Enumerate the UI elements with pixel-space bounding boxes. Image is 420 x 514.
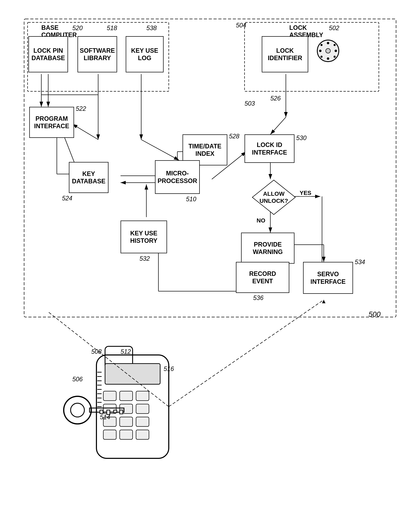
ref-518: 518 (107, 24, 117, 32)
ref-536: 536 (253, 294, 263, 301)
no-label: NO (257, 217, 265, 224)
record-event-box: RECORDEVENT (236, 262, 289, 293)
ref-520: 520 (72, 24, 83, 32)
ref-503: 503 (245, 100, 255, 107)
key-use-log-box: KEY USELOG (126, 36, 164, 72)
servo-interface-box: SERVOINTERFACE (303, 262, 353, 294)
svg-line-34 (72, 124, 98, 139)
svg-rect-40 (103, 391, 116, 401)
svg-rect-42 (136, 391, 149, 401)
lock-identifier-box: LOCKIDENTIFIER (262, 36, 308, 72)
ref-534: 534 (355, 259, 365, 266)
svg-rect-64 (100, 410, 103, 414)
ref-500: 500 (368, 310, 381, 318)
ref-516: 516 (164, 365, 174, 373)
svg-rect-67 (120, 410, 123, 414)
ref-502: 502 (329, 24, 339, 32)
svg-line-13 (270, 117, 286, 134)
svg-rect-39 (105, 364, 160, 384)
ref-522: 522 (76, 105, 86, 112)
yes-label: YES (300, 190, 311, 196)
svg-rect-47 (120, 417, 133, 426)
ref-532: 532 (140, 255, 150, 262)
ref-504: 504 (236, 22, 246, 29)
ref-528: 528 (229, 133, 239, 140)
ref-526: 526 (270, 95, 281, 102)
program-interface-box: PROGRAMINTERFACE (29, 107, 74, 138)
provide-warning-box: PROVIDEWARNING (241, 233, 294, 264)
lock-pin-database-box: LOCK PINDATABASE (28, 36, 68, 72)
svg-marker-70 (322, 300, 325, 303)
ref-510: 510 (186, 196, 196, 203)
svg-point-61 (64, 396, 91, 424)
ref-506: 506 (72, 376, 83, 383)
key-database-box: KEYDATABASE (69, 162, 108, 193)
ref-512: 512 (120, 348, 131, 355)
svg-rect-41 (120, 391, 133, 401)
key-device-illustration (57, 321, 212, 493)
ref-514: 514 (100, 414, 110, 421)
allow-unlock-diamond: ALLOWUNLOCK? (251, 179, 296, 215)
ref-524: 524 (62, 195, 72, 202)
microprocessor-box: MICRO-PROCESSOR (155, 160, 200, 194)
svg-rect-66 (114, 410, 117, 413)
svg-line-35 (141, 139, 179, 160)
rotary-dial (317, 40, 339, 62)
allow-unlock-text: ALLOWUNLOCK? (260, 190, 288, 204)
ref-538: 538 (146, 24, 157, 32)
svg-rect-45 (136, 404, 149, 414)
svg-point-62 (71, 403, 84, 417)
lock-id-interface-box: LOCK IDINTERFACE (245, 134, 294, 163)
software-library-box: SOFTWARELIBRARY (77, 36, 117, 72)
svg-rect-49 (103, 430, 116, 439)
ref-530: 530 (296, 134, 307, 142)
svg-rect-48 (136, 417, 149, 426)
ref-508: 508 (91, 348, 102, 355)
svg-rect-51 (136, 430, 149, 439)
key-use-history-box: KEY USEHISTORY (120, 221, 167, 253)
svg-rect-50 (120, 430, 133, 439)
